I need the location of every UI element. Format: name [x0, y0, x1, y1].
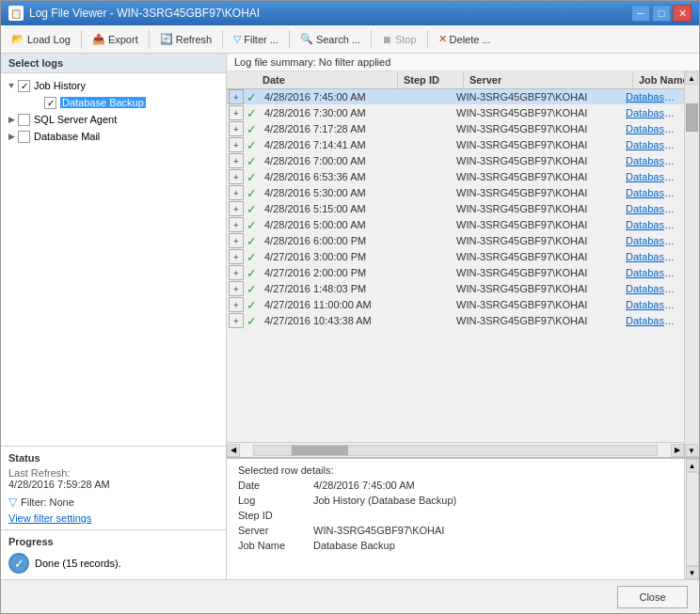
cell-stepid	[385, 319, 451, 323]
table-row[interactable]: + ✓ 4/27/2016 1:48:03 PM WIN-3SRG45GBF97…	[227, 281, 684, 297]
tree-checkbox-job-history[interactable]: ✓	[18, 80, 30, 92]
table-row[interactable]: + ✓ 4/28/2016 6:00:00 PM WIN-3SRG45GBF97…	[227, 233, 684, 249]
row-expand-icon[interactable]: +	[229, 249, 244, 264]
tree-checkbox-db-mail[interactable]	[18, 131, 30, 143]
details-header-label: Selected row details:	[238, 464, 334, 476]
minimize-button[interactable]: ─	[631, 5, 650, 22]
h-scrollbar-thumb[interactable]	[292, 446, 348, 455]
detail-server-label: Server	[238, 525, 313, 536]
row-expand-icon[interactable]: +	[229, 121, 244, 136]
cell-jobname[interactable]: Database Backup	[620, 137, 684, 152]
table-row[interactable]: + ✓ 4/27/2016 10:43:38 AM WIN-3SRG45GBF9…	[227, 313, 684, 329]
header-date[interactable]: Date	[257, 71, 398, 88]
table-row[interactable]: + ✓ 4/28/2016 7:45:00 AM WIN-3SRG45GBF97…	[227, 89, 684, 105]
cell-date: 4/27/2016 2:00:00 PM	[259, 265, 385, 280]
view-filter-link[interactable]: View filter settings	[8, 512, 218, 524]
delete-button[interactable]: Delete ...	[432, 29, 498, 50]
table-row[interactable]: + ✓ 4/27/2016 2:00:00 PM WIN-3SRG45GBF97…	[227, 265, 684, 281]
close-button[interactable]: Close	[617, 586, 688, 608]
tree-item-db-mail[interactable]: ▶ Database Mail	[5, 128, 222, 145]
tree-item-job-history[interactable]: ▼ ✓ Job History	[5, 77, 222, 94]
tree-toggle-sql-agent[interactable]: ▶	[5, 113, 18, 126]
cell-jobname[interactable]: Database Backup	[620, 313, 684, 328]
cell-jobname[interactable]: Database Backup	[620, 281, 684, 296]
cell-jobname[interactable]: Database Backup	[620, 233, 684, 248]
row-expand-icon[interactable]: +	[229, 137, 244, 152]
load-log-button[interactable]: Load Log	[5, 29, 77, 50]
toolbar: Load Log Export Refresh Filter ... Searc…	[1, 25, 699, 54]
refresh-button[interactable]: Refresh	[153, 29, 219, 50]
row-expand-icon[interactable]: +	[229, 105, 244, 120]
h-scroll-left-arrow[interactable]: ◀	[227, 444, 240, 457]
table-row[interactable]: + ✓ 4/28/2016 7:30:00 AM WIN-3SRG45GBF97…	[227, 105, 684, 121]
h-scrollbar-track[interactable]	[253, 445, 658, 456]
table-row[interactable]: + ✓ 4/28/2016 5:00:00 AM WIN-3SRG45GBF97…	[227, 217, 684, 233]
row-expand-icon[interactable]: +	[229, 265, 244, 280]
search-button[interactable]: Search ...	[294, 29, 367, 50]
row-expand-icon[interactable]: +	[229, 313, 244, 328]
v-scroll-thumb[interactable]	[686, 103, 698, 132]
close-window-button[interactable]: ✕	[673, 5, 692, 22]
v-scroll-down-arrow[interactable]: ▼	[685, 444, 698, 457]
header-stepid[interactable]: Step ID	[398, 71, 464, 88]
row-expand-icon[interactable]: +	[229, 297, 244, 312]
table-row[interactable]: + ✓ 4/28/2016 6:53:36 AM WIN-3SRG45GBF97…	[227, 169, 684, 185]
cell-jobname[interactable]: Database Backup	[620, 265, 684, 280]
header-server[interactable]: Server	[464, 71, 633, 88]
tree-toggle-db-mail[interactable]: ▶	[5, 130, 18, 143]
export-button[interactable]: Export	[86, 29, 145, 50]
row-expand-icon[interactable]: +	[229, 169, 244, 184]
table-row[interactable]: + ✓ 4/27/2016 3:00:00 PM WIN-3SRG45GBF97…	[227, 249, 684, 265]
maximize-button[interactable]: □	[652, 5, 671, 22]
cell-jobname[interactable]: Database Backup	[620, 169, 684, 184]
main-table-area: Date Step ID Server Job Name + ✓ 4/28/20…	[227, 71, 699, 457]
cell-stepid	[385, 303, 451, 307]
filter-button[interactable]: Filter ...	[227, 29, 285, 50]
row-expand-icon[interactable]: +	[229, 201, 244, 216]
h-scrollbar-area: ◀ ▶	[227, 442, 684, 457]
row-expand-icon[interactable]: +	[229, 233, 244, 248]
cell-jobname[interactable]: Database Backup	[620, 89, 684, 104]
table-row[interactable]: + ✓ 4/28/2016 7:00:00 AM WIN-3SRG45GBF97…	[227, 153, 684, 169]
row-expand-icon[interactable]: +	[229, 185, 244, 200]
details-scroll-up[interactable]: ▲	[686, 459, 699, 472]
row-expand-icon[interactable]: +	[229, 217, 244, 232]
table-row[interactable]: + ✓ 4/28/2016 5:15:00 AM WIN-3SRG45GBF97…	[227, 201, 684, 217]
cell-server: WIN-3SRG45GBF97\KOHAI	[451, 169, 620, 184]
tree-checkbox-db-backup[interactable]: ✓	[44, 97, 56, 109]
v-scroll-track[interactable]	[685, 85, 699, 444]
row-expand-icon[interactable]: +	[229, 153, 244, 168]
stop-button[interactable]: Stop	[375, 29, 423, 50]
cell-jobname[interactable]: Database Backup	[620, 153, 684, 168]
table-row[interactable]: + ✓ 4/27/2016 11:00:00 AM WIN-3SRG45GBF9…	[227, 297, 684, 313]
tree-checkbox-sql-agent[interactable]	[18, 114, 30, 126]
tree-item-sql-agent[interactable]: ▶ SQL Server Agent	[5, 111, 222, 128]
tree-item-db-backup[interactable]: ✓ Database Backup	[5, 94, 222, 111]
cell-date: 4/27/2016 3:00:00 PM	[259, 249, 385, 264]
header-jobname[interactable]: Job Name	[633, 71, 684, 88]
h-scroll-right-arrow[interactable]: ▶	[671, 444, 684, 457]
details-scroll-down[interactable]: ▼	[686, 566, 699, 579]
cell-date: 4/28/2016 5:30:00 AM	[259, 185, 385, 200]
cell-jobname[interactable]: Database Backup	[620, 217, 684, 232]
cell-jobname[interactable]: Database Backup	[620, 105, 684, 120]
cell-jobname[interactable]: Database Backup	[620, 185, 684, 200]
v-scroll-up-arrow[interactable]: ▲	[685, 71, 698, 85]
cell-server: WIN-3SRG45GBF97\KOHAI	[451, 89, 620, 104]
row-expand-icon[interactable]: +	[229, 281, 244, 296]
cell-jobname[interactable]: Database Backup	[620, 249, 684, 264]
tree-toggle-db-backup[interactable]	[31, 96, 44, 109]
row-check-icon: ✓	[244, 121, 259, 136]
detail-row-jobname: Job Name Database Backup	[238, 540, 673, 551]
cell-server: WIN-3SRG45GBF97\KOHAI	[451, 281, 620, 296]
cell-jobname[interactable]: Database Backup	[620, 121, 684, 136]
cell-jobname[interactable]: Database Backup	[620, 201, 684, 216]
table-row[interactable]: + ✓ 4/28/2016 7:14:41 AM WIN-3SRG45GBF97…	[227, 137, 684, 153]
table-row[interactable]: + ✓ 4/28/2016 5:30:00 AM WIN-3SRG45GBF97…	[227, 185, 684, 201]
tree-toggle-job-history[interactable]: ▼	[5, 79, 18, 92]
cell-jobname[interactable]: Database Backup	[620, 297, 684, 312]
table-row[interactable]: + ✓ 4/28/2016 7:17:28 AM WIN-3SRG45GBF97…	[227, 121, 684, 137]
export-icon	[92, 33, 105, 45]
details-scroll-track[interactable]	[686, 472, 699, 566]
row-expand-icon[interactable]: +	[229, 89, 244, 104]
